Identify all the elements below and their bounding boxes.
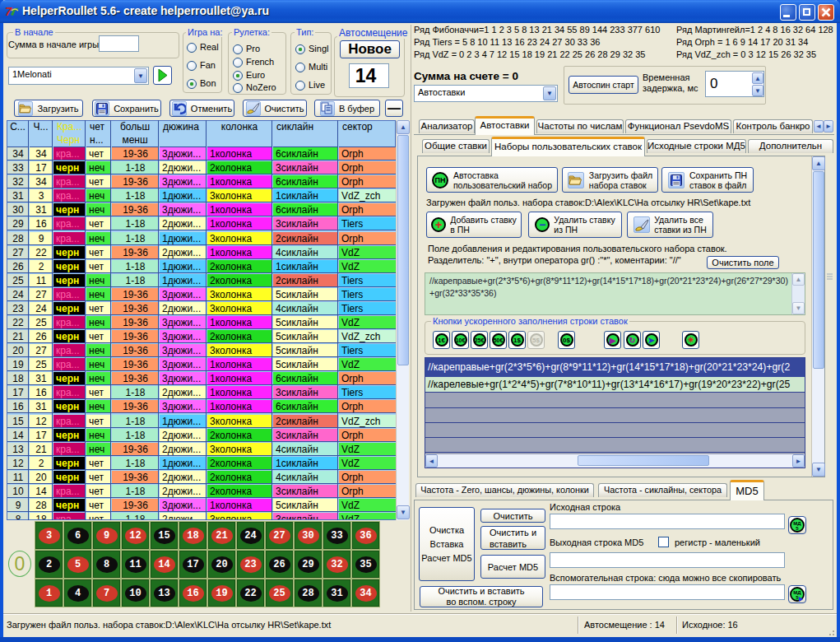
svg-text:7: 7 [5,4,12,18]
svg-text:МД: МД [793,590,801,595]
svg-text:МД: МД [793,521,801,526]
